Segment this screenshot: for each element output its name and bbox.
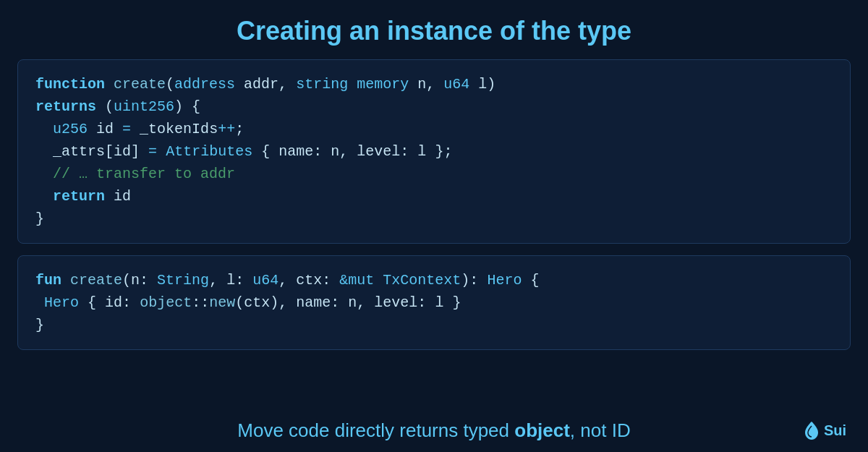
code-line-4: _attrs[id] = Attributes { name: n, level… [35, 140, 833, 163]
footer-text-bold: object [514, 419, 570, 441]
code-line-6: return id [35, 185, 833, 208]
sui-label: Sui [824, 422, 846, 439]
sui-logo: Sui [804, 422, 846, 440]
footer-text-regular: Move code directly returns typed [237, 419, 514, 441]
footer-bar: Move code directly returns typed object,… [0, 409, 868, 452]
code-block-solidity: function create(address addr, string mem… [17, 59, 851, 244]
code-line-7: } [35, 208, 833, 230]
code-block-move: fun create(n: String, l: u64, ctx: &mut … [17, 255, 851, 350]
code-line-m3: } [35, 314, 833, 336]
footer-text: Move code directly returns typed object,… [237, 419, 630, 442]
code-line-m2: Hero { id: object::new(ctx), name: n, le… [35, 291, 833, 314]
code-line-3: u256 id = _tokenIds++; [35, 118, 833, 140]
sui-droplet-icon [804, 422, 820, 440]
code-line-5: // … transfer to addr [35, 163, 833, 185]
code-line-m1: fun create(n: String, l: u64, ctx: &mut … [35, 269, 833, 291]
code-line-1: function create(address addr, string mem… [35, 73, 833, 95]
code-line-2: returns (uint256) { [35, 95, 833, 118]
footer-text-after: , not ID [570, 419, 631, 441]
page-title: Creating an instance of the type [0, 0, 868, 59]
